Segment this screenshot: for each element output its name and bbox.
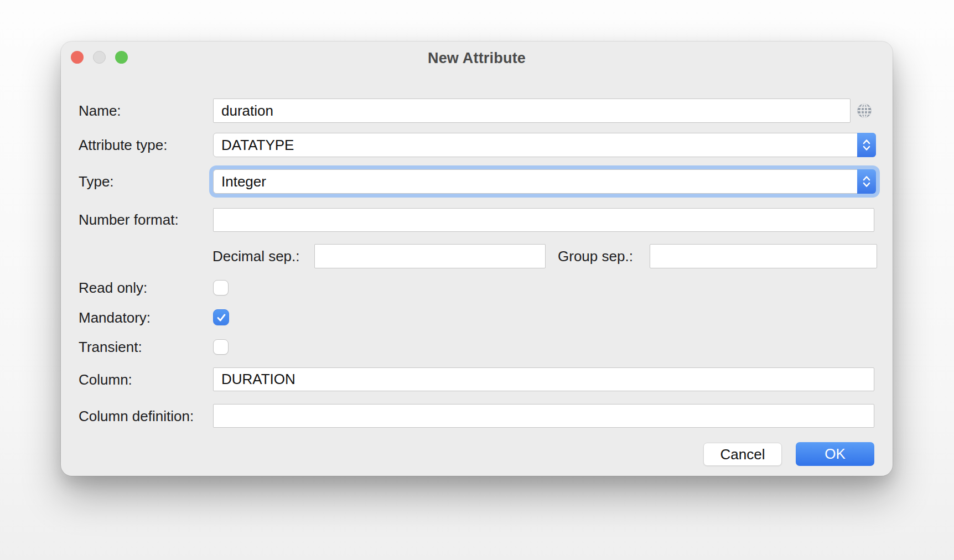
read-only-label: Read only: — [79, 279, 147, 297]
name-label: Name: — [79, 102, 121, 120]
globe-icon — [855, 101, 874, 120]
attribute-type-dropdown[interactable]: DATATYPE — [213, 133, 876, 157]
name-input[interactable] — [213, 98, 851, 123]
column-definition-label: Column definition: — [79, 407, 194, 425]
cancel-button[interactable]: Cancel — [703, 443, 782, 466]
number-format-input[interactable] — [213, 208, 874, 232]
group-sep-input[interactable] — [650, 244, 877, 268]
ok-button[interactable]: OK — [796, 442, 874, 466]
type-label: Type: — [79, 173, 114, 190]
attribute-type-label: Attribute type: — [79, 136, 167, 154]
number-format-label: Number format: — [79, 211, 179, 229]
mandatory-label: Mandatory: — [79, 309, 151, 326]
decimal-sep-label: Decimal sep.: — [212, 247, 300, 265]
new-attribute-dialog: New Attribute Name: Attribute type: DATA… — [61, 42, 893, 476]
transient-label: Transient: — [79, 338, 142, 356]
mandatory-checkbox[interactable] — [213, 309, 229, 325]
up-down-chevrons-icon[interactable] — [857, 133, 876, 157]
up-down-chevrons-icon[interactable] — [857, 169, 876, 194]
read-only-checkbox[interactable] — [213, 280, 229, 295]
checkmark-icon — [215, 312, 227, 324]
type-value: Integer — [221, 170, 266, 193]
decimal-sep-input[interactable] — [314, 244, 546, 268]
attribute-type-value: DATATYPE — [221, 133, 294, 157]
type-dropdown[interactable]: Integer — [213, 169, 876, 194]
column-input[interactable] — [213, 367, 874, 391]
column-label: Column: — [79, 371, 132, 388]
dialog-title: New Attribute — [61, 50, 893, 67]
group-sep-label: Group sep.: — [558, 247, 633, 265]
column-definition-input[interactable] — [213, 404, 874, 428]
type-dropdown-focus-ring: Integer — [209, 165, 880, 198]
transient-checkbox[interactable] — [213, 339, 229, 355]
